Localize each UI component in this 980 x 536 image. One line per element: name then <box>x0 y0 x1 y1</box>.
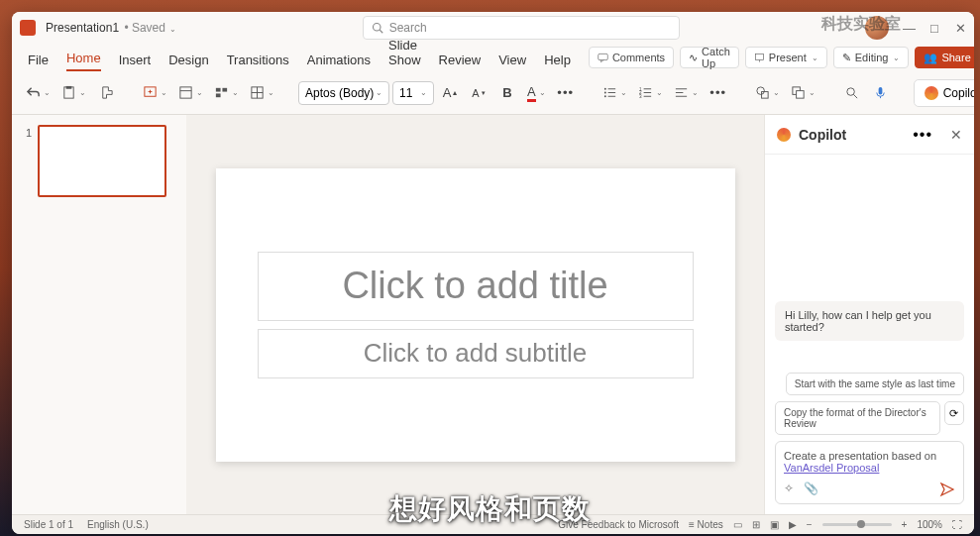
menu-view[interactable]: View <box>498 53 526 71</box>
svg-rect-34 <box>761 92 768 99</box>
zoom-out-button[interactable]: − <box>807 519 813 530</box>
close-button[interactable]: ✕ <box>954 21 966 36</box>
slide-thumbnail-1[interactable] <box>38 125 166 197</box>
view-reading-button[interactable]: ▣ <box>770 519 779 530</box>
send-cursor-icon <box>939 482 955 497</box>
copilot-title: Copilot <box>799 127 905 143</box>
find-button[interactable] <box>839 79 865 107</box>
copilot-suggestion-2[interactable]: Copy the format of the Director's Review <box>775 401 940 435</box>
svg-rect-36 <box>796 91 804 99</box>
menu-transitions[interactable]: Transitions <box>227 53 289 71</box>
copilot-pane: Copilot ••• ✕ Hi Lilly, how can I help g… <box>764 115 974 514</box>
svg-point-0 <box>373 24 381 32</box>
font-color-button[interactable]: A⌄ <box>523 79 550 107</box>
layout-button[interactable]: ⌄ <box>174 79 207 107</box>
slide-canvas: Click to add title Click to add subtitle <box>186 115 764 514</box>
bold-button[interactable]: B <box>494 79 520 107</box>
svg-point-20 <box>604 92 606 94</box>
svg-text:3: 3 <box>639 94 642 99</box>
numbering-button[interactable]: 123⌄ <box>634 79 667 107</box>
catchup-button[interactable]: ∿Catch Up <box>680 47 739 68</box>
font-select[interactable]: Aptos (Body)⌄ <box>298 81 389 105</box>
copilot-more-button[interactable]: ••• <box>913 126 932 144</box>
zoom-level[interactable]: 100% <box>917 519 942 530</box>
align-button[interactable]: ⌄ <box>670 79 703 107</box>
present-button[interactable]: Present⌄ <box>745 47 827 68</box>
app-icon <box>20 20 36 36</box>
svg-rect-3 <box>755 54 763 59</box>
shapes-button[interactable]: ⌄ <box>751 79 784 107</box>
table-button[interactable]: ⌄ <box>246 79 278 107</box>
menu-review[interactable]: Review <box>439 53 482 71</box>
compose-reference-link[interactable]: VanArsdel Proposal <box>784 462 879 474</box>
minimize-button[interactable]: — <box>903 21 915 36</box>
view-sorter-button[interactable]: ⊞ <box>752 519 760 530</box>
svg-rect-13 <box>222 88 227 92</box>
svg-point-18 <box>604 88 606 90</box>
menu-insert[interactable]: Insert <box>119 53 152 71</box>
copilot-button[interactable]: Copilot <box>914 79 974 107</box>
editing-button[interactable]: ✎Editing⌄ <box>833 47 910 68</box>
svg-rect-6 <box>66 86 72 89</box>
svg-rect-39 <box>879 87 883 95</box>
decrease-font-button[interactable]: A▾ <box>466 79 491 107</box>
undo-button[interactable]: ⌄ <box>22 79 54 107</box>
svg-rect-10 <box>180 87 191 98</box>
svg-line-38 <box>854 94 858 98</box>
paste-button[interactable]: ⌄ <box>57 79 90 107</box>
search-input[interactable]: Search <box>363 16 680 40</box>
menu-file[interactable]: File <box>28 53 49 71</box>
new-slide-button[interactable]: ⌄ <box>139 79 171 107</box>
increase-font-button[interactable]: A▴ <box>437 79 463 107</box>
more-para-button[interactable]: ••• <box>706 79 731 107</box>
svg-rect-12 <box>216 88 221 92</box>
menu-bar: FileHomeInsertDesignTransitionsAnimation… <box>12 44 974 71</box>
dictate-button[interactable] <box>868 79 894 107</box>
zoom-slider[interactable] <box>822 523 892 526</box>
copilot-greeting: Hi Lilly, how can I help get you started… <box>775 301 964 341</box>
title-placeholder[interactable]: Click to add title <box>258 252 694 321</box>
ribbon: ⌄ ⌄ ⌄ ⌄ ⌄ ⌄ Aptos (Body)⌄ 11⌄ A▴ A▾ B A⌄… <box>12 71 974 115</box>
format-painter-button[interactable] <box>93 79 119 107</box>
font-size-select[interactable]: 11⌄ <box>392 81 434 105</box>
section-button[interactable]: ⌄ <box>210 79 243 107</box>
arrange-button[interactable]: ⌄ <box>787 79 819 107</box>
fit-button[interactable]: ⛶ <box>952 519 962 530</box>
svg-line-1 <box>380 30 382 33</box>
bullets-button[interactable]: ⌄ <box>599 79 631 107</box>
language-status[interactable]: English (U.S.) <box>87 519 149 530</box>
view-slideshow-button[interactable]: ▶ <box>789 519 797 530</box>
copilot-icon <box>777 128 791 142</box>
menu-help[interactable]: Help <box>544 53 571 71</box>
svg-point-33 <box>757 87 765 95</box>
menu-home[interactable]: Home <box>66 51 101 71</box>
copilot-compose-input[interactable]: Create a presentation based on VanArsdel… <box>775 441 964 504</box>
slide-counter[interactable]: Slide 1 of 1 <box>24 519 73 530</box>
search-icon <box>372 22 383 34</box>
attach-icon[interactable]: 📎 <box>804 482 818 495</box>
menu-design[interactable]: Design <box>168 53 208 71</box>
share-button[interactable]: 👥Share⌄ <box>915 47 974 68</box>
copilot-icon <box>925 86 938 100</box>
refresh-suggestions-button[interactable]: ⟳ <box>944 401 964 425</box>
menu-animations[interactable]: Animations <box>307 53 371 71</box>
copilot-close-button[interactable]: ✕ <box>950 127 962 143</box>
zoom-in-button[interactable]: + <box>902 519 908 530</box>
notes-button[interactable]: ≡ Notes <box>689 519 723 530</box>
watermark: 科技实验室 <box>821 14 901 35</box>
copilot-suggestion-1[interactable]: Start with the same style as last time <box>786 373 964 395</box>
maximize-button[interactable]: □ <box>928 21 940 36</box>
svg-rect-2 <box>599 54 608 59</box>
comments-button[interactable]: Comments <box>589 47 674 68</box>
slide[interactable]: Click to add title Click to add subtitle <box>216 168 735 462</box>
svg-point-37 <box>847 88 855 96</box>
thumbnail-number: 1 <box>26 125 32 197</box>
slide-thumbnails: 1 <box>12 115 186 514</box>
subtitle-placeholder[interactable]: Click to add subtitle <box>258 329 694 378</box>
more-font-button[interactable]: ••• <box>553 79 579 107</box>
view-normal-button[interactable]: ▭ <box>733 519 742 530</box>
sparkle-icon[interactable]: ✧ <box>784 482 794 495</box>
svg-point-22 <box>604 95 606 97</box>
menu-slide-show[interactable]: Slide Show <box>388 38 421 71</box>
document-title[interactable]: Presentation1 • Saved ⌄ <box>46 21 176 35</box>
